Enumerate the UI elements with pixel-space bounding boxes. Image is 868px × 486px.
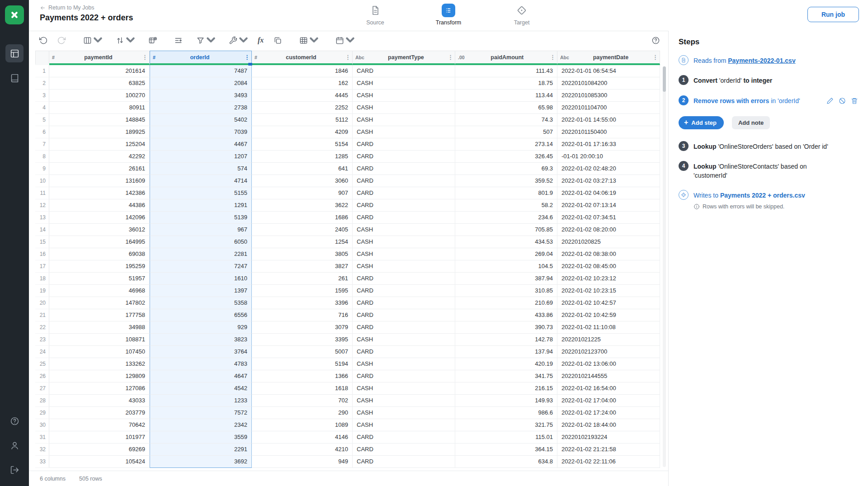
cell-customerId[interactable]: 4210 bbox=[252, 444, 353, 456]
cell-customerId[interactable]: 3395 bbox=[252, 334, 353, 346]
step-item-1[interactable]: 1 Convert 'orderId' to integer bbox=[679, 75, 859, 85]
cell-orderId[interactable]: 7487 bbox=[150, 65, 252, 77]
cell-paymentId[interactable]: 164995 bbox=[49, 236, 150, 248]
cell-paymentId[interactable]: 42292 bbox=[49, 151, 150, 163]
delete-step-icon[interactable] bbox=[851, 97, 858, 106]
cell-paymentDate[interactable]: 2022-01-01 17:16:33 bbox=[557, 138, 660, 151]
row-number[interactable]: 20 bbox=[35, 297, 49, 309]
cell-paidAmount[interactable]: 321.75 bbox=[455, 419, 557, 431]
cell-paymentDate[interactable]: 2022-01-01 14:55:00 bbox=[557, 114, 660, 126]
cell-customerId[interactable]: 716 bbox=[252, 309, 353, 321]
cell-paidAmount[interactable]: 364.15 bbox=[455, 444, 557, 456]
cell-paymentType[interactable]: CASH bbox=[353, 395, 455, 407]
cell-orderId[interactable]: 5155 bbox=[150, 187, 252, 199]
cell-paymentType[interactable]: CARD bbox=[353, 175, 455, 187]
cell-customerId[interactable]: 1686 bbox=[252, 212, 353, 224]
cell-customerId[interactable]: 4146 bbox=[252, 431, 353, 444]
cell-paymentId[interactable]: 133262 bbox=[49, 358, 150, 370]
cell-orderId[interactable]: 1610 bbox=[150, 273, 252, 285]
cell-paymentDate[interactable]: 2022-01-02 13:06:00 bbox=[557, 358, 660, 370]
reorder-button[interactable] bbox=[174, 36, 183, 45]
row-number[interactable]: 9 bbox=[35, 163, 49, 175]
target-file-link[interactable]: Payments 2022 + orders.csv bbox=[720, 192, 805, 199]
cell-paymentId[interactable]: 26161 bbox=[49, 163, 150, 175]
row-number[interactable]: 12 bbox=[35, 199, 49, 212]
run-job-button[interactable]: Run job bbox=[807, 7, 859, 22]
column-header-paymentType[interactable]: AbcpaymentType⋮ bbox=[353, 51, 455, 65]
row-number[interactable]: 2 bbox=[35, 77, 49, 90]
cell-paidAmount[interactable]: 273.14 bbox=[455, 138, 557, 151]
cell-orderId[interactable]: 2342 bbox=[150, 419, 252, 431]
cell-paymentId[interactable]: 129809 bbox=[49, 370, 150, 382]
cell-paymentDate[interactable]: 2022-01-02 10:42:57 bbox=[557, 297, 660, 309]
grid-vertical-scrollbar[interactable] bbox=[663, 66, 666, 467]
cell-paymentId[interactable]: 44386 bbox=[49, 199, 150, 212]
cell-orderId[interactable]: 4542 bbox=[150, 382, 252, 395]
cell-customerId[interactable]: 1618 bbox=[252, 382, 353, 395]
cell-paymentDate[interactable]: 2022-01-02 02:48:20 bbox=[557, 163, 660, 175]
cell-customerId[interactable]: 5112 bbox=[252, 114, 353, 126]
cell-paidAmount[interactable]: 420.19 bbox=[455, 358, 557, 370]
cell-paymentDate[interactable]: 20220101085300 bbox=[557, 90, 660, 102]
cell-paymentType[interactable]: CARD bbox=[353, 273, 455, 285]
cell-paymentType[interactable]: CARD bbox=[353, 456, 455, 468]
cell-paymentId[interactable]: 127086 bbox=[49, 382, 150, 395]
row-number[interactable]: 19 bbox=[35, 285, 49, 297]
cell-paymentDate[interactable]: 2022-01-02 21:21:58 bbox=[557, 444, 660, 456]
cell-orderId[interactable]: 3493 bbox=[150, 90, 252, 102]
cell-paymentDate[interactable]: 2022-01-02 04:06:19 bbox=[557, 187, 660, 199]
cell-paymentType[interactable]: CARD bbox=[353, 138, 455, 151]
cell-paidAmount[interactable]: 137.94 bbox=[455, 346, 557, 358]
cell-paymentType[interactable]: CASH bbox=[353, 102, 455, 114]
cell-customerId[interactable]: 641 bbox=[252, 163, 353, 175]
cell-paymentType[interactable]: CASH bbox=[353, 236, 455, 248]
row-number[interactable]: 22 bbox=[35, 321, 49, 334]
row-number[interactable]: 7 bbox=[35, 138, 49, 151]
cleanup-button[interactable] bbox=[229, 36, 248, 45]
sort-button[interactable] bbox=[116, 36, 135, 45]
cell-customerId[interactable]: 1366 bbox=[252, 370, 353, 382]
cell-paymentId[interactable]: 43033 bbox=[49, 395, 150, 407]
row-number[interactable]: 25 bbox=[35, 358, 49, 370]
row-number[interactable]: 3 bbox=[35, 90, 49, 102]
cell-orderId[interactable]: 6556 bbox=[150, 309, 252, 321]
cell-paymentId[interactable]: 101977 bbox=[49, 431, 150, 444]
cell-paidAmount[interactable]: 434.53 bbox=[455, 236, 557, 248]
redo-button[interactable] bbox=[57, 36, 66, 45]
cell-customerId[interactable]: 1089 bbox=[252, 419, 353, 431]
cell-paymentDate[interactable]: 20220102193224 bbox=[557, 431, 660, 444]
cell-paymentType[interactable]: CASH bbox=[353, 224, 455, 236]
cell-orderId[interactable]: 4714 bbox=[150, 175, 252, 187]
cell-paidAmount[interactable]: 149.93 bbox=[455, 395, 557, 407]
nav-source[interactable]: Source bbox=[358, 4, 392, 26]
cell-orderId[interactable]: 3764 bbox=[150, 346, 252, 358]
cell-paymentType[interactable]: CASH bbox=[353, 260, 455, 273]
cell-orderId[interactable]: 574 bbox=[150, 163, 252, 175]
cell-paymentDate[interactable]: 2022-01-02 10:23:15 bbox=[557, 285, 660, 297]
cell-paidAmount[interactable]: 986.6 bbox=[455, 407, 557, 419]
row-number[interactable]: 26 bbox=[35, 370, 49, 382]
cell-orderId[interactable]: 2281 bbox=[150, 248, 252, 260]
cell-paymentDate[interactable]: 2022-01-02 10:42:59 bbox=[557, 309, 660, 321]
cell-paidAmount[interactable]: 269.04 bbox=[455, 248, 557, 260]
filter-button[interactable] bbox=[196, 36, 215, 45]
cell-paidAmount[interactable]: 387.94 bbox=[455, 273, 557, 285]
cell-paymentId[interactable]: 108871 bbox=[49, 334, 150, 346]
row-number[interactable]: 4 bbox=[35, 102, 49, 114]
cell-paymentId[interactable]: 148845 bbox=[49, 114, 150, 126]
cell-customerId[interactable]: 5194 bbox=[252, 358, 353, 370]
cell-paymentType[interactable]: CASH bbox=[353, 248, 455, 260]
cell-paidAmount[interactable]: 18.75 bbox=[455, 77, 557, 90]
cell-customerId[interactable]: 2405 bbox=[252, 224, 353, 236]
cell-customerId[interactable]: 949 bbox=[252, 456, 353, 468]
cell-paymentDate[interactable]: 2022-01-02 08:20:00 bbox=[557, 224, 660, 236]
table-options-button[interactable] bbox=[299, 36, 318, 45]
cell-paidAmount[interactable]: 65.98 bbox=[455, 102, 557, 114]
cell-orderId[interactable]: 4783 bbox=[150, 358, 252, 370]
cell-paidAmount[interactable]: 359.52 bbox=[455, 175, 557, 187]
cell-paymentType[interactable]: CASH bbox=[353, 419, 455, 431]
cell-orderId[interactable]: 1207 bbox=[150, 151, 252, 163]
row-number[interactable]: 24 bbox=[35, 346, 49, 358]
step-target[interactable]: Writes to Payments 2022 + orders.csv Row… bbox=[679, 190, 859, 209]
cell-paymentType[interactable]: CASH bbox=[353, 407, 455, 419]
